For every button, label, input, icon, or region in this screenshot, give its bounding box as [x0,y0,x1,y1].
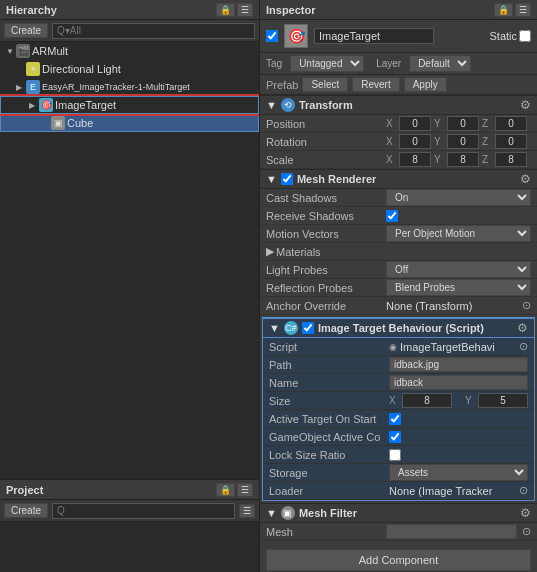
hier-item-imageTarget[interactable]: ▶ 🎯 ImageTarget [0,96,259,114]
transform-section-header[interactable]: ▼ ⟲ Transform ⚙ [260,95,537,115]
hierarchy-search-input[interactable] [52,23,255,39]
lock-size-checkbox[interactable] [389,449,401,461]
scale-z-label: Z [482,154,492,165]
hier-label-dirLight: Directional Light [42,63,121,75]
scale-row: Scale X Y Z [260,151,537,169]
apply-btn[interactable]: Apply [404,77,447,92]
hier-label-arMult: ARMult [32,45,68,57]
rot-z-label: Z [482,136,492,147]
project-create-btn[interactable]: Create [4,503,48,518]
inspector-lock-btn[interactable]: 🔒 [494,3,513,17]
hier-item-easyar[interactable]: ▶ E EasyAR_ImageTracker-1-MultiTarget [0,78,259,96]
pos-y-input[interactable] [447,116,479,131]
add-component-btn[interactable]: Add Component [266,549,531,571]
project-menu-btn[interactable]: ☰ [237,483,253,497]
light-probes-value: Off [386,261,531,278]
path-input[interactable] [389,357,528,372]
size-x-input[interactable] [402,393,452,408]
rot-y-label: Y [434,136,444,147]
project-filter-btn[interactable]: ☰ [239,504,255,518]
size-y-input[interactable] [478,393,528,408]
loader-btn[interactable]: ⊙ [519,484,528,497]
script-gear-icon[interactable]: ⚙ [517,321,528,335]
mesh-filter-gear-icon[interactable]: ⚙ [520,506,531,520]
inspector-menu-btn[interactable]: ☰ [515,3,531,17]
lock-size-label: Lock Size Ratio [269,449,389,461]
script-active-checkbox[interactable] [302,322,314,334]
select-btn[interactable]: Select [302,77,348,92]
name-value [389,375,528,390]
imageTarget-icon: 🎯 [39,98,53,112]
rot-x-input[interactable] [399,134,431,149]
storage-value: Assets [389,464,528,481]
reflection-probes-label: Reflection Probes [266,282,386,294]
pos-x-input[interactable] [399,116,431,131]
pos-z-label: Z [482,118,492,129]
mesh-input[interactable] [386,524,517,539]
scale-label: Scale [266,154,386,166]
object-active-checkbox[interactable] [266,30,278,42]
hier-item-dirLight[interactable]: ☀ Directional Light [0,60,259,78]
mesh-renderer-gear-icon[interactable]: ⚙ [520,172,531,186]
reflection-probes-value: Blend Probes [386,279,531,296]
layer-dropdown[interactable]: Default [409,55,471,72]
anchor-override-btn[interactable]: ⊙ [522,299,531,312]
script-section-arrow: ▼ [269,322,280,334]
hierarchy-lock-btn[interactable]: 🔒 [216,3,235,17]
position-label: Position [266,118,386,130]
script-link-icon[interactable]: ⊙ [519,340,528,353]
motion-vectors-dropdown[interactable]: Per Object Motion [386,225,531,242]
mesh-renderer-section-header[interactable]: ▼ Mesh Renderer ⚙ [260,169,537,189]
path-row: Path [263,356,534,374]
tag-label: Tag [266,58,282,69]
inspector-header: Inspector 🔒 ☰ [260,0,537,20]
hier-item-cube[interactable]: ▣ Cube [0,114,259,132]
object-name-input[interactable] [314,28,434,44]
receive-shadows-checkbox[interactable] [386,210,398,222]
expand-arrow-easyar: ▶ [16,83,24,91]
revert-btn[interactable]: Revert [352,77,399,92]
inspector-panel: Inspector 🔒 ☰ 🎯 Static Tag Unta [260,0,537,572]
mesh-renderer-active-checkbox[interactable] [281,173,293,185]
active-target-checkbox[interactable] [389,413,401,425]
hierarchy-create-btn[interactable]: Create [4,23,48,38]
pos-y-label: Y [434,118,444,129]
script-section-header[interactable]: ▼ C# Image Target Behaviour (Script) ⚙ [263,318,534,338]
anchor-override-row: Anchor Override None (Transform) ⊙ [260,297,537,315]
script-section: ▼ C# Image Target Behaviour (Script) ⚙ S… [262,317,535,501]
active-target-label: Active Target On Start [269,413,389,425]
storage-row: Storage Assets [263,464,534,482]
name-input[interactable] [389,375,528,390]
storage-dropdown[interactable]: Assets [389,464,528,481]
rot-z-input[interactable] [495,134,527,149]
cube-icon: ▣ [51,116,65,130]
anchor-override-value: None (Transform) ⊙ [386,299,531,312]
motion-vectors-label: Motion Vectors [266,228,386,240]
rot-y-input[interactable] [447,134,479,149]
hierarchy-menu-btn[interactable]: ☰ [237,3,253,17]
reflection-probes-row: Reflection Probes Blend Probes [260,279,537,297]
scale-z-input[interactable] [495,152,527,167]
tag-dropdown[interactable]: Untagged [290,55,364,72]
mesh-filter-section-header[interactable]: ▼ ▣ Mesh Filter ⚙ [260,503,537,523]
prefab-label: Prefab [266,79,298,91]
light-probes-dropdown[interactable]: Off [386,261,531,278]
pos-z-input[interactable] [495,116,527,131]
arMult-icon: 🎬 [16,44,30,58]
static-checkbox[interactable] [519,30,531,42]
gameobject-active-checkbox[interactable] [389,431,401,443]
loader-value: None (Image Tracker ⊙ [389,484,528,497]
project-lock-btn[interactable]: 🔒 [216,483,235,497]
script-prop-value: ◉ ImageTargetBehavi ⊙ [389,340,528,353]
scale-y-input[interactable] [447,152,479,167]
cast-shadows-dropdown[interactable]: On [386,189,531,206]
hier-item-arMult[interactable]: ▼ 🎬 ARMult [0,42,259,60]
transform-gear-icon[interactable]: ⚙ [520,98,531,112]
scale-x-input[interactable] [399,152,431,167]
project-header-controls: 🔒 ☰ [216,483,253,497]
position-value: X Y Z [386,116,531,131]
reflection-probes-dropdown[interactable]: Blend Probes [386,279,531,296]
project-search-input[interactable] [52,503,235,519]
script-prop-label: Script [269,341,389,353]
mesh-link-btn[interactable]: ⊙ [522,525,531,538]
